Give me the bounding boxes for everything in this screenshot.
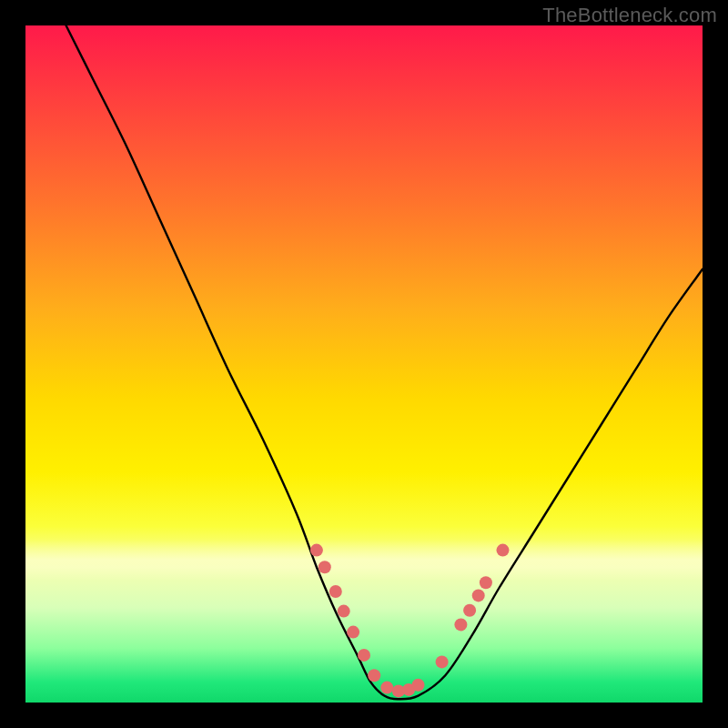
highlight-dot [329,585,342,598]
highlight-dot [436,655,449,668]
watermark-text: TheBottleneck.com [542,4,717,27]
highlight-dot [412,679,425,692]
plot-area [25,25,703,703]
highlight-dot [310,544,323,557]
highlight-dot [358,649,370,662]
highlight-dot [497,544,510,557]
highlight-dot [380,682,393,694]
highlight-dot [472,589,485,602]
highlight-dot [463,604,476,617]
highlight-dot [454,618,467,631]
highlight-dot [318,561,331,573]
curve-layer [25,25,703,703]
highlight-dot [338,605,350,618]
chart-frame: TheBottleneck.com [0,0,728,728]
highlight-dot [480,576,492,589]
bottleneck-curve [66,25,703,699]
highlight-dot [347,626,359,639]
highlight-dot [368,669,380,682]
